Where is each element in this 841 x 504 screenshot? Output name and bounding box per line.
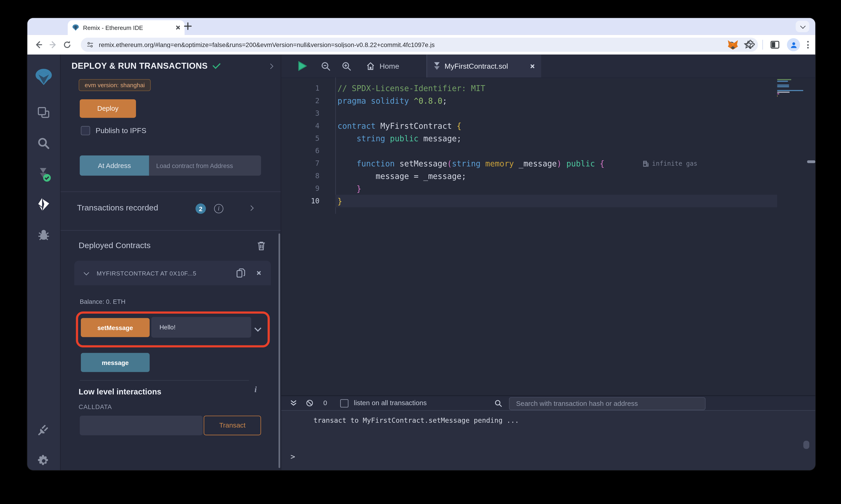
- code-text: contract MyFirstContract {: [338, 122, 461, 130]
- transactions-count-badge: 2: [195, 203, 206, 214]
- code-line[interactable]: 9 }: [281, 182, 777, 195]
- at-address-input[interactable]: [149, 156, 261, 176]
- transact-button[interactable]: Transact: [204, 416, 261, 435]
- code-editor[interactable]: 1// SPDX-License-Identifier: MIT2pragma …: [281, 77, 816, 395]
- file-explorer-icon[interactable]: [27, 106, 60, 120]
- calldata-label: CALLDATA: [79, 403, 112, 410]
- forward-button[interactable]: [46, 38, 60, 52]
- code-line[interactable]: 1// SPDX-License-Identifier: MIT: [281, 82, 777, 94]
- set-message-button[interactable]: setMessage: [81, 318, 150, 337]
- terminal-search-icon: [494, 399, 502, 407]
- new-tab-button[interactable]: [184, 22, 194, 33]
- side-panel-icon[interactable]: [770, 40, 780, 50]
- terminal-log-line: transact to MyFirstContract.setMessage p…: [313, 416, 519, 424]
- pending-tx-count: 0: [323, 399, 327, 407]
- info-icon[interactable]: i: [214, 204, 223, 213]
- line-number: 2: [281, 96, 320, 105]
- line-number: 1: [281, 84, 320, 92]
- code-line[interactable]: 5 string public message;: [281, 132, 777, 144]
- terminal: 0 listen on all transactions transact to…: [281, 395, 816, 470]
- deployed-contract-card[interactable]: MYFIRSTCONTRACT AT 0X10F...5: [74, 261, 271, 285]
- code-line[interactable]: 4contract MyFirstContract {: [281, 120, 777, 132]
- code-line[interactable]: 10}: [281, 195, 777, 207]
- debugger-icon[interactable]: [27, 228, 60, 242]
- profile-avatar[interactable]: [787, 38, 800, 51]
- message-getter-button[interactable]: message: [81, 353, 150, 372]
- panel-scrollbar[interactable]: [279, 234, 280, 468]
- site-settings-icon[interactable]: [86, 41, 94, 48]
- gas-pump-icon: [642, 160, 649, 167]
- remix-app: DEPLOY & RUN TRANSACTIONS evm version: s…: [27, 55, 815, 470]
- chevron-right-icon[interactable]: [268, 63, 273, 69]
- deploy-button[interactable]: Deploy: [80, 99, 136, 118]
- screen: Remix - Ethereum IDE remix.eth: [0, 0, 841, 504]
- clear-console-icon[interactable]: [306, 399, 313, 407]
- publish-ipfs-checkbox[interactable]: [81, 126, 90, 136]
- url-bar[interactable]: remix.ethereum.org/#lang=en&optimize=fal…: [81, 38, 758, 52]
- listen-transactions-checkbox[interactable]: [340, 399, 348, 407]
- home-tab-label: Home: [380, 62, 399, 70]
- line-number: 6: [281, 147, 320, 155]
- editor-tabbar: Home MyFirstContract.sol: [281, 55, 816, 78]
- zoom-in-icon[interactable]: [341, 55, 352, 77]
- low-level-title: Low level interactions: [79, 388, 161, 396]
- close-tab-icon[interactable]: [530, 64, 535, 69]
- line-number: 8: [281, 172, 320, 180]
- chrome-menu-icon[interactable]: [807, 41, 809, 48]
- close-icon[interactable]: [256, 270, 261, 275]
- divider: [61, 230, 281, 231]
- terminal-scroll-handle[interactable]: [803, 441, 809, 449]
- solidity-compiler-icon[interactable]: [27, 166, 60, 183]
- settings-gear-icon[interactable]: [27, 454, 60, 468]
- metamask-icon[interactable]: [727, 39, 738, 50]
- back-button[interactable]: [32, 38, 46, 52]
- code-line[interactable]: 7 function setMessage(string memory _mes…: [281, 157, 777, 169]
- tab-search-button[interactable]: [796, 21, 809, 32]
- code-line[interactable]: 2pragma solidity ^0.8.0;: [281, 94, 777, 107]
- zoom-out-icon[interactable]: [321, 55, 331, 77]
- extensions-icon[interactable]: [745, 40, 755, 50]
- gas-estimate-widget: infinite gas: [642, 160, 697, 167]
- info-icon[interactable]: i: [255, 385, 257, 394]
- trash-icon[interactable]: [257, 241, 265, 250]
- code-line[interactable]: 8 message = _message;: [281, 169, 777, 182]
- remix-logo[interactable]: [27, 68, 60, 86]
- copy-icon[interactable]: [237, 268, 245, 278]
- evm-version-badge: evm version: shanghai: [79, 79, 151, 91]
- terminal-search-input[interactable]: [509, 397, 705, 410]
- code-text: }: [338, 184, 361, 193]
- set-message-input[interactable]: [151, 317, 251, 338]
- code-line[interactable]: 3: [281, 107, 777, 120]
- tab-title: Remix - Ethereum IDE: [83, 24, 175, 31]
- expand-params-icon[interactable]: [255, 323, 260, 333]
- expand-terminal-icon[interactable]: [290, 399, 297, 407]
- reload-button[interactable]: [60, 38, 74, 52]
- editor-scrollbar-marker[interactable]: [807, 160, 816, 163]
- tab-home[interactable]: Home: [366, 55, 399, 77]
- line-number: 4: [281, 122, 320, 130]
- deploy-run-icon[interactable]: [27, 197, 60, 212]
- at-address-button[interactable]: At Address: [80, 156, 149, 176]
- minimap[interactable]: [777, 79, 806, 97]
- tab-close-icon[interactable]: [175, 25, 180, 30]
- line-number: 10: [281, 197, 320, 205]
- solidity-file-icon: [433, 61, 440, 70]
- run-script-icon[interactable]: [297, 55, 307, 77]
- terminal-output[interactable]: transact to MyFirstContract.setMessage p…: [281, 411, 816, 470]
- terminal-prompt: >: [290, 452, 295, 461]
- search-icon[interactable]: [27, 136, 60, 150]
- calldata-input[interactable]: [80, 416, 203, 435]
- chevron-right-icon[interactable]: [248, 205, 254, 211]
- plugin-manager-icon[interactable]: [27, 423, 60, 437]
- browser-tab[interactable]: Remix - Ethereum IDE: [68, 20, 185, 35]
- publish-ipfs-label: Publish to IPFS: [96, 126, 146, 135]
- chevron-down-icon[interactable]: [84, 270, 89, 275]
- contract-instance-label: MYFIRSTCONTRACT AT 0X10F...5: [97, 270, 237, 276]
- active-tab-label: MyFirstContract.sol: [445, 62, 526, 70]
- tab-myfirstcontract[interactable]: MyFirstContract.sol: [426, 55, 541, 77]
- line-number: 3: [281, 109, 320, 117]
- panel-title-row: DEPLOY & RUN TRANSACTIONS: [71, 61, 272, 71]
- chevron-down-icon: [800, 23, 806, 29]
- transactions-recorded-label: Transactions recorded: [77, 203, 158, 212]
- code-line[interactable]: 6: [281, 144, 777, 157]
